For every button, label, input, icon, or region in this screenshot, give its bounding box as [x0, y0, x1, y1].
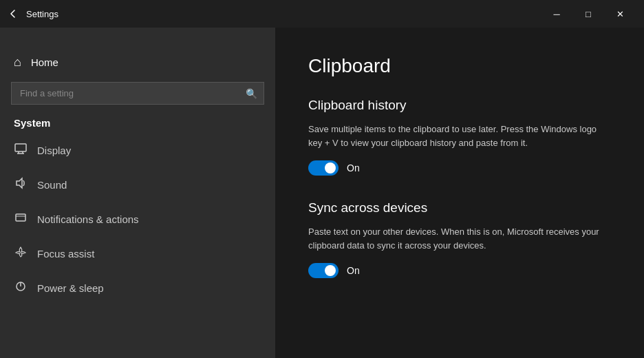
svg-rect-5 — [16, 214, 25, 221]
sync-toggle-label: On — [347, 265, 360, 276]
page-title: Clipboard — [308, 55, 611, 77]
section-desc-sync: Paste text on your other devices. When t… — [308, 225, 611, 252]
focus-icon — [14, 246, 28, 261]
power-icon — [14, 280, 28, 295]
toggle-thumb — [325, 162, 336, 173]
power-label: Power & sleep — [37, 282, 104, 294]
clipboard-history-toggle[interactable] — [308, 160, 339, 176]
search-icon: 🔍 — [246, 88, 257, 99]
content-panel: Clipboard Clipboard history Save multipl… — [275, 28, 644, 358]
svg-marker-4 — [17, 178, 22, 188]
sound-icon — [14, 177, 28, 192]
main-layout: ⌂ Home 🔍 System Display — [0, 28, 644, 358]
svg-rect-0 — [15, 144, 26, 151]
display-label: Display — [37, 145, 71, 156]
sidebar-item-home[interactable]: ⌂ Home — [0, 48, 275, 76]
sound-label: Sound — [37, 179, 67, 191]
sync-toggle-thumb — [325, 265, 336, 276]
sidebar-item-notifications[interactable]: Notifications & actions — [0, 202, 275, 236]
app-title: Settings — [26, 9, 58, 19]
maximize-button[interactable]: □ — [572, 0, 604, 28]
sidebar-search: 🔍 — [11, 82, 264, 105]
focus-label: Focus assist — [37, 248, 94, 260]
sync-toggle-row: On — [308, 263, 611, 278]
sidebar-section-label: System — [0, 113, 275, 133]
titlebar: Settings ─ □ ✕ — [0, 0, 644, 28]
section-title-clipboard-history: Clipboard history — [308, 98, 611, 113]
sidebar-item-focus[interactable]: Focus assist — [0, 236, 275, 271]
sidebar-header — [0, 28, 275, 48]
sidebar-item-sound[interactable]: Sound — [0, 167, 275, 202]
close-button[interactable]: ✕ — [604, 0, 636, 28]
notifications-icon — [14, 211, 28, 227]
display-icon — [14, 143, 28, 158]
clipboard-history-toggle-row: On — [308, 160, 611, 176]
minimize-button[interactable]: ─ — [541, 0, 572, 28]
back-button[interactable] — [8, 9, 18, 19]
sidebar-item-display[interactable]: Display — [0, 133, 275, 167]
notifications-label: Notifications & actions — [37, 213, 139, 225]
search-input[interactable] — [11, 82, 264, 105]
sync-toggle[interactable] — [308, 263, 339, 278]
sidebar-item-power[interactable]: Power & sleep — [0, 271, 275, 305]
clipboard-history-toggle-label: On — [347, 162, 360, 173]
window-controls: ─ □ ✕ — [541, 0, 636, 28]
home-icon: ⌂ — [14, 55, 21, 70]
section-desc-clipboard-history: Save multiple items to the clipboard to … — [308, 123, 611, 149]
section-title-sync: Sync across devices — [308, 200, 611, 215]
sync-toggle-track[interactable] — [308, 263, 339, 278]
home-label: Home — [31, 56, 58, 68]
sidebar: ⌂ Home 🔍 System Display — [0, 28, 275, 358]
toggle-track[interactable] — [308, 160, 339, 176]
